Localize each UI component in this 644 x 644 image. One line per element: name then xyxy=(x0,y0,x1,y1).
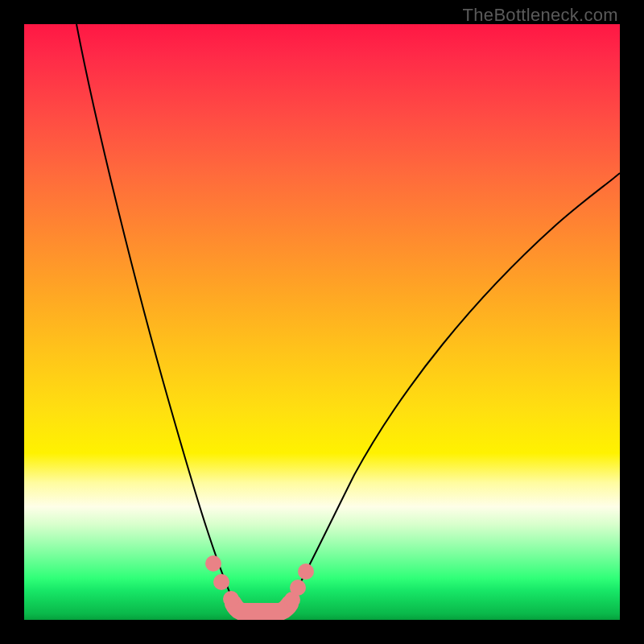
right-curve xyxy=(288,173,620,605)
marker-point xyxy=(213,574,229,590)
left-curve xyxy=(76,24,235,605)
curve-svg xyxy=(24,24,620,620)
watermark-text: TheBottleneck.com xyxy=(463,5,618,26)
marker-point xyxy=(205,555,221,572)
marker-point xyxy=(290,580,306,596)
marker-point xyxy=(223,591,239,607)
chart-container: TheBottleneck.com xyxy=(0,0,644,644)
marker-point xyxy=(298,564,314,580)
valley-marker-cluster xyxy=(233,604,290,612)
plot-area xyxy=(24,24,620,620)
